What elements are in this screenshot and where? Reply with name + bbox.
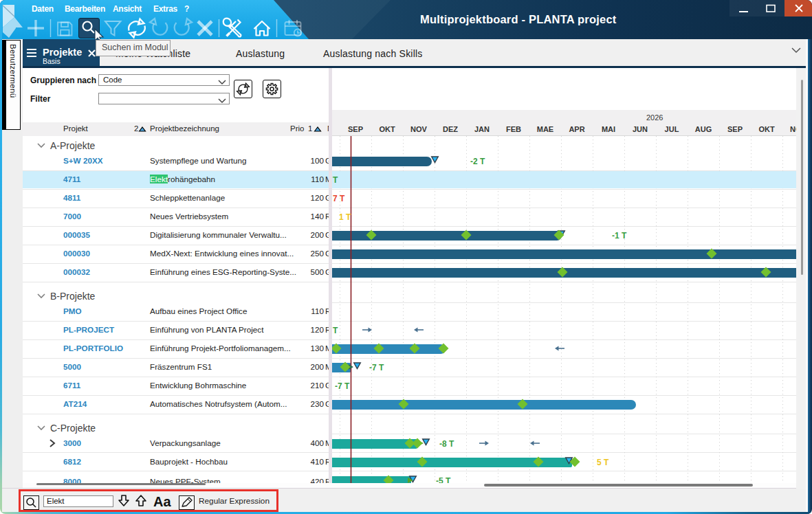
svg-text:-7 T: -7 T [369, 363, 384, 372]
svg-text:T: T [333, 326, 338, 335]
svg-text:-7 T: -7 T [335, 381, 350, 391]
svg-text:Basis: Basis [43, 57, 61, 65]
svg-text:T: T [333, 175, 338, 185]
svg-text:-5 T: -5 T [436, 476, 451, 484]
svg-text:-1 T: -1 T [612, 231, 627, 241]
svg-text:-2 T: -2 T [470, 157, 485, 166]
svg-text:Aa: Aa [153, 494, 171, 509]
svg-text:5 T: 5 T [597, 458, 609, 467]
svg-text:-8 T: -8 T [439, 439, 454, 449]
svg-text:Projekte: Projekte [43, 47, 82, 58]
svg-text:7 T: 7 T [333, 194, 345, 203]
svg-text:1 T: 1 T [339, 212, 351, 222]
